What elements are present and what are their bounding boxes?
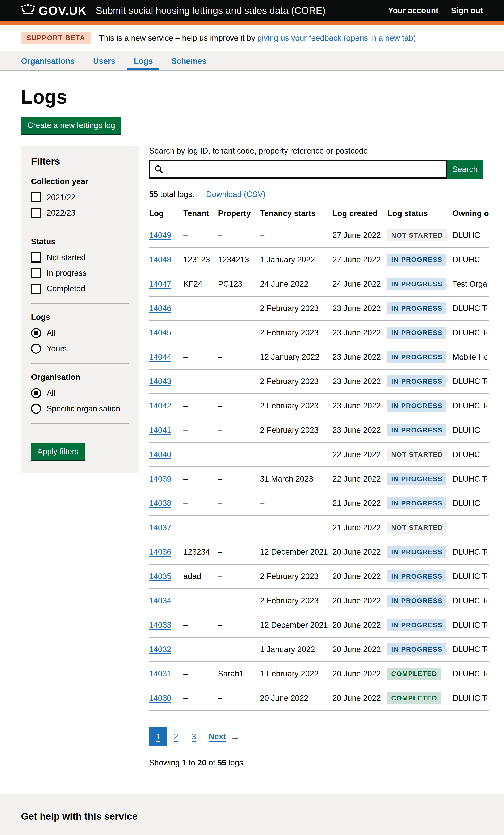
pagination-page-2[interactable]: 2: [167, 728, 185, 746]
owning-organisation-cell: DLUHC Tes: [452, 296, 489, 321]
property-cell: –: [218, 637, 260, 662]
log-id-link[interactable]: 14047: [149, 280, 172, 288]
filter-option: Specific organisation: [31, 404, 128, 414]
radio-all[interactable]: [31, 388, 41, 398]
log-created-cell: 20 June 2022: [332, 686, 387, 711]
filter-divider: [31, 228, 128, 228]
log-id-link[interactable]: 14031: [149, 669, 172, 678]
tenant-cell: –: [183, 686, 218, 711]
filter-option-label[interactable]: Yours: [47, 344, 67, 353]
pagination-page-3[interactable]: 3: [185, 728, 203, 746]
log-id-link[interactable]: 14044: [149, 353, 172, 362]
filter-group-heading: Collection year: [31, 177, 128, 186]
radio-all[interactable]: [31, 328, 41, 338]
log-status-cell: IN PROGRESS: [387, 467, 452, 491]
filter-option-label[interactable]: Not started: [47, 253, 86, 262]
log-created-cell: 20 June 2022: [332, 637, 387, 662]
log-id-link[interactable]: 14041: [149, 426, 172, 434]
nav-item-logs[interactable]: Logs: [127, 51, 159, 70]
table-row: 14043––2 February 202323 June 2022IN PRO…: [149, 369, 489, 394]
tenant-cell: –: [183, 443, 218, 467]
your-account-link[interactable]: Your account: [388, 6, 439, 15]
log-id-link[interactable]: 14032: [149, 645, 172, 654]
owning-organisation-cell: [452, 515, 489, 540]
apply-filters-button[interactable]: Apply filters: [31, 443, 85, 460]
log-created-cell: 22 June 2022: [332, 467, 387, 491]
log-id-link[interactable]: 14040: [149, 450, 172, 459]
log-id-link[interactable]: 14045: [149, 328, 172, 337]
pagination-next-link[interactable]: Next: [208, 732, 226, 741]
owning-organisation-cell: DLUHC: [452, 418, 489, 443]
checkbox-2021-22[interactable]: [31, 192, 41, 202]
log-id-link[interactable]: 14043: [149, 377, 172, 386]
log-id-link[interactable]: 14030: [149, 694, 172, 702]
log-id-link[interactable]: 14033: [149, 620, 172, 629]
filter-option: 2022/23: [31, 208, 128, 218]
filter-option: All: [31, 328, 128, 338]
log-id-link[interactable]: 14048: [149, 255, 172, 264]
filter-option-label[interactable]: 2022/23: [47, 208, 75, 218]
nav-item-organisations[interactable]: Organisations: [21, 51, 75, 70]
table-row: 14040–––22 June 2022NOT STARTEDDLUHC: [149, 443, 489, 467]
showing-summary: Showing 1 to 20 of 55 logs: [149, 758, 483, 767]
log-id-link[interactable]: 14035: [149, 572, 172, 581]
tenancy-starts-cell: 2 February 2023: [260, 321, 332, 345]
tenancy-starts-cell: –: [260, 443, 332, 467]
feedback-link[interactable]: giving us your feedback (opens in a new …: [258, 34, 416, 42]
log-status-cell: IN PROGRESS: [387, 540, 452, 564]
log-id-link[interactable]: 14034: [149, 596, 172, 605]
create-lettings-log-button[interactable]: Create a new lettings log: [21, 117, 121, 134]
filter-group-heading: Organisation: [31, 373, 128, 382]
showing-text: logs: [226, 758, 243, 767]
log-id-link[interactable]: 14046: [149, 304, 172, 313]
checkbox-completed[interactable]: [31, 284, 41, 293]
filter-option-label[interactable]: All: [47, 389, 56, 398]
checkbox-2022-23[interactable]: [31, 208, 41, 218]
tenancy-starts-cell: 2 February 2023: [260, 564, 332, 589]
log-status-cell: IN PROGRESS: [387, 369, 452, 394]
sign-out-link[interactable]: Sign out: [451, 6, 483, 15]
log-id-link[interactable]: 14039: [149, 474, 172, 483]
status-badge: IN PROGRESS: [387, 546, 446, 558]
filter-option: Completed: [31, 284, 128, 293]
owning-organisation-cell: DLUHC Tes: [452, 589, 489, 613]
log-id-link[interactable]: 14036: [149, 548, 172, 556]
property-cell: –: [218, 467, 260, 491]
filter-option-label[interactable]: Completed: [47, 284, 85, 293]
table-row: 14049–––27 June 2022NOT STARTEDDLUHC: [149, 223, 489, 248]
log-id-link[interactable]: 14042: [149, 401, 172, 410]
service-name-link[interactable]: Submit social housing lettings and sales…: [96, 5, 325, 16]
search-button[interactable]: Search: [447, 160, 483, 179]
support-beta-tag: SUPPORT BETA: [21, 32, 91, 44]
download-csv-link[interactable]: Download (CSV): [206, 190, 266, 199]
filter-option: Yours: [31, 344, 128, 354]
nav-item-schemes[interactable]: Schemes: [172, 51, 206, 70]
owning-organisation-cell: Test Organi: [452, 272, 489, 296]
checkbox-not-started[interactable]: [31, 252, 41, 263]
status-badge: IN PROGRESS: [387, 278, 446, 290]
log-id-link[interactable]: 14049: [149, 231, 172, 240]
checkbox-in-progress[interactable]: [31, 268, 41, 278]
log-created-cell: 20 June 2022: [332, 662, 387, 686]
search-input[interactable]: [149, 160, 447, 179]
radio-yours[interactable]: [31, 344, 41, 354]
nav-item-users[interactable]: Users: [93, 51, 116, 70]
table-row: 14036123234–12 December 202120 June 2022…: [149, 540, 489, 564]
owning-organisation-cell: Mobile Hou: [452, 345, 489, 369]
tenancy-starts-cell: 1 January 2022: [260, 248, 332, 272]
property-cell: –: [218, 394, 260, 418]
tenant-cell: –: [183, 589, 218, 613]
govuk-logotype: GOV.UK: [39, 4, 87, 18]
log-id-link[interactable]: 14037: [149, 523, 172, 532]
header-account-nav: Your account Sign out: [388, 6, 483, 15]
pagination-page-1-current[interactable]: 1: [149, 728, 167, 746]
filter-option-label[interactable]: Specific organisation: [47, 404, 120, 413]
log-id-link[interactable]: 14038: [149, 499, 172, 508]
status-badge: COMPLETED: [387, 692, 441, 704]
radio-specific-organisation[interactable]: [31, 404, 41, 414]
log-created-cell: 27 June 2022: [332, 248, 387, 272]
log-created-cell: 20 June 2022: [332, 589, 387, 613]
filter-option-label[interactable]: In progress: [47, 269, 86, 278]
filter-option-label[interactable]: All: [47, 329, 56, 338]
filter-option-label[interactable]: 2021/22: [47, 193, 75, 202]
